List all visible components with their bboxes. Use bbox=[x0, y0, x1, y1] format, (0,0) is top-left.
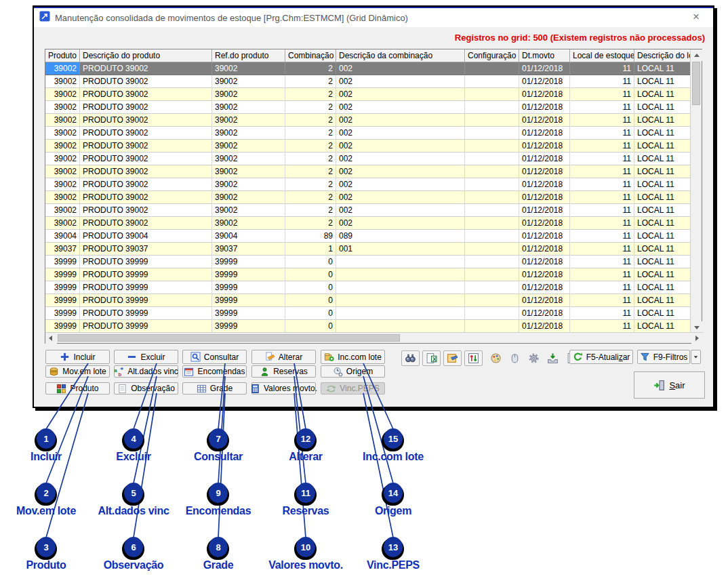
link-peps-icon bbox=[326, 384, 336, 394]
grid-header-cell[interactable]: Descrição da combinação bbox=[336, 49, 465, 62]
gear-button[interactable] bbox=[525, 350, 543, 366]
svg-text:X: X bbox=[432, 356, 437, 363]
encomendas-button[interactable]: Encomendas bbox=[182, 365, 247, 378]
mouse-button[interactable] bbox=[506, 350, 524, 366]
grid-header-cell[interactable]: Configuração bbox=[465, 49, 519, 62]
grid-cell: 0 bbox=[285, 281, 336, 294]
scroll-right-icon[interactable] bbox=[691, 333, 703, 344]
table-row[interactable]: 39002PRODUTO 3900239002200201/12/201811L… bbox=[45, 88, 691, 101]
inc-com-lote-button[interactable]: Inc.com lote bbox=[321, 350, 385, 364]
hscroll-thumb[interactable] bbox=[58, 334, 400, 342]
grid-cell: 002 bbox=[336, 101, 465, 114]
grid-cell: 11 bbox=[570, 204, 634, 217]
consultar-button[interactable]: Consultar bbox=[182, 350, 247, 364]
table-row[interactable]: 39999PRODUTO 3999939999001/12/201811LOCA… bbox=[45, 281, 691, 294]
mov-em-lote-button[interactable]: Mov.em lote bbox=[45, 365, 110, 378]
table-row[interactable]: 39002PRODUTO 3900239002200201/12/201811L… bbox=[45, 191, 691, 204]
palette-button[interactable] bbox=[487, 350, 505, 366]
grid-cell: LOCAL 11 bbox=[634, 178, 691, 191]
grid-cell: 39002 bbox=[212, 114, 285, 127]
table-row[interactable]: 39002PRODUTO 3900239002200201/12/201811L… bbox=[45, 204, 691, 217]
grid-header-cell[interactable]: Local de estoque bbox=[570, 49, 634, 62]
grid-cell: 39002 bbox=[45, 217, 80, 230]
table-row[interactable]: 39037PRODUTO 3903739037100101/12/201811L… bbox=[45, 243, 691, 256]
table-row[interactable]: 39002PRODUTO 3900239002200201/12/201811L… bbox=[45, 127, 691, 140]
incluir-button[interactable]: Incluir bbox=[45, 350, 110, 364]
grid-header-cell[interactable]: Descrição do loca bbox=[634, 49, 691, 62]
app-icon bbox=[39, 11, 50, 22]
minus-icon bbox=[127, 352, 137, 362]
grid-cell: 2 bbox=[285, 204, 336, 217]
vinc-peps-button[interactable]: Vinc.PEPS bbox=[321, 382, 385, 394]
grid-header-cell[interactable]: Produto bbox=[45, 49, 80, 62]
callout-circle-9: 9 bbox=[209, 483, 228, 503]
grid-cell: LOCAL 11 bbox=[634, 268, 691, 281]
plus-icon bbox=[60, 352, 70, 362]
alterar-button[interactable]: Alterar bbox=[251, 350, 316, 364]
grade-button[interactable]: Grade bbox=[182, 382, 247, 394]
grid-cell: 39002 bbox=[212, 191, 285, 204]
table-row[interactable]: 39004PRODUTO 39004390048908901/12/201811… bbox=[45, 230, 691, 243]
grid-header-cell[interactable]: Descrição do produto bbox=[80, 49, 212, 62]
grid-cell: 11 bbox=[570, 191, 634, 204]
callout-label-13: Vinc.PEPS bbox=[332, 559, 454, 571]
scroll-down-icon[interactable] bbox=[691, 321, 702, 333]
grid-cell: 11 bbox=[570, 178, 634, 191]
grid-cell: 39002 bbox=[212, 165, 285, 178]
exit-button[interactable]: Sair bbox=[634, 371, 705, 399]
table-row[interactable]: 39002PRODUTO 3900239002200201/12/201811L… bbox=[45, 217, 691, 230]
grid-cell: 01/12/2018 bbox=[519, 114, 570, 127]
table-row[interactable]: 39999PRODUTO 3999939999001/12/201811LOCA… bbox=[45, 307, 691, 320]
table-row[interactable]: 39002PRODUTO 3900239002200201/12/201811L… bbox=[45, 101, 691, 114]
table-row[interactable]: 39999PRODUTO 3999939999001/12/201811LOCA… bbox=[45, 294, 691, 307]
table-row[interactable]: 39002PRODUTO 3900239002200201/12/201811L… bbox=[45, 178, 691, 191]
observa-o-button[interactable]: Observação bbox=[114, 382, 178, 394]
excluir-button[interactable]: Excluir bbox=[114, 350, 178, 364]
table-row[interactable]: 39002PRODUTO 3900239002200201/12/201811L… bbox=[45, 114, 691, 127]
vscroll-thumb[interactable] bbox=[692, 62, 700, 105]
grid-header-cell[interactable]: Dt.movto bbox=[519, 49, 570, 62]
f9-filtros-button[interactable]: F9-Filtros bbox=[637, 350, 690, 364]
grid-cell: 002 bbox=[336, 75, 465, 88]
import-data-button[interactable] bbox=[544, 350, 562, 366]
table-row[interactable]: 39999PRODUTO 3999939999001/12/201811LOCA… bbox=[45, 256, 691, 268]
grid-cell: PRODUTO 39999 bbox=[80, 281, 212, 294]
reservas-button[interactable]: Reservas bbox=[251, 365, 316, 378]
table-row[interactable]: 39999PRODUTO 3999939999001/12/201811LOCA… bbox=[45, 320, 691, 333]
grid-cell: 01/12/2018 bbox=[519, 230, 570, 243]
table-row[interactable]: 39999PRODUTO 3999939999001/12/201811LOCA… bbox=[45, 268, 691, 281]
grid-header-cell[interactable]: Combinação bbox=[285, 49, 336, 62]
table-row[interactable]: 39002PRODUTO 3900239002200201/12/201811L… bbox=[45, 75, 691, 88]
grid-cell bbox=[465, 114, 519, 127]
table-row[interactable]: 39002PRODUTO 3900239002200201/12/201811L… bbox=[45, 62, 691, 75]
origem-button[interactable]: Origem bbox=[321, 365, 385, 378]
grid-cell bbox=[465, 307, 519, 320]
window-title: Manutenção consolidada de movimentos de … bbox=[55, 13, 408, 23]
close-icon[interactable]: × bbox=[689, 10, 704, 25]
excel-export-button[interactable]: X bbox=[422, 350, 441, 366]
filters-dropdown-button[interactable] bbox=[691, 350, 701, 364]
callout-circle-8: 8 bbox=[209, 537, 228, 557]
callout-circle-13: 13 bbox=[384, 537, 403, 557]
columns-sort-button[interactable] bbox=[464, 350, 483, 366]
horizontal-scrollbar[interactable] bbox=[45, 332, 703, 343]
scroll-left-icon[interactable] bbox=[45, 333, 57, 344]
send-grid-button[interactable] bbox=[443, 350, 462, 366]
alt-dados-vinc-button[interactable]: abAlt.dados vinc bbox=[114, 365, 178, 378]
scroll-up-icon[interactable] bbox=[691, 49, 702, 61]
grid-header-cell[interactable]: Ref.do produto bbox=[212, 49, 285, 62]
table-row[interactable]: 39002PRODUTO 3900239002200201/12/201811L… bbox=[45, 165, 691, 178]
callout-circle-5: 5 bbox=[124, 483, 143, 503]
vertical-scrollbar[interactable] bbox=[690, 49, 702, 333]
table-row[interactable]: 39002PRODUTO 3900239002200201/12/201811L… bbox=[45, 153, 691, 165]
grid-cell: PRODUTO 39002 bbox=[80, 62, 212, 75]
produto-button[interactable]: Produto bbox=[45, 382, 110, 394]
f5-atualizar-button[interactable]: F5-Atualizar bbox=[569, 350, 633, 364]
grid-cell: PRODUTO 39999 bbox=[80, 307, 212, 320]
callout-circle-7: 7 bbox=[209, 428, 228, 449]
binoculars-button[interactable] bbox=[401, 350, 420, 366]
grid-cell: LOCAL 11 bbox=[634, 114, 691, 127]
table-row[interactable]: 39002PRODUTO 3900239002200201/12/201811L… bbox=[45, 140, 691, 153]
valores-movto-button[interactable]: Valores movto. bbox=[251, 382, 316, 394]
grid-cell: PRODUTO 39999 bbox=[80, 268, 212, 281]
